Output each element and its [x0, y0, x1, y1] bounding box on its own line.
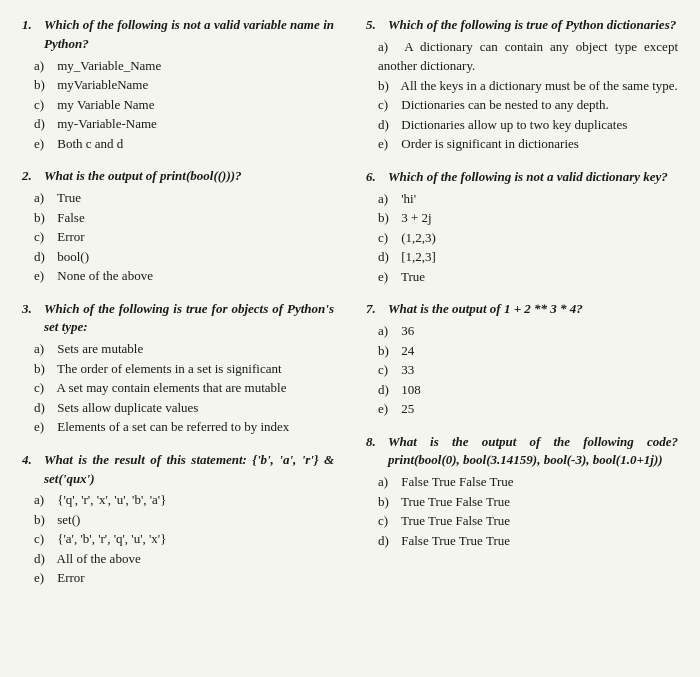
option-letter: a)	[34, 339, 54, 359]
question-block: 5.Which of the following is true of Pyth…	[366, 16, 678, 154]
question-number: 7.	[366, 300, 384, 319]
option-item: e) Order is significant in dictionaries	[378, 134, 678, 154]
option-letter: d)	[378, 247, 398, 267]
option-letter: e)	[34, 568, 54, 588]
option-letter: e)	[34, 417, 54, 437]
option-letter: e)	[34, 134, 54, 154]
question-number: 4.	[22, 451, 40, 489]
option-item: a) my_Variable_Name	[34, 56, 334, 76]
option-item: e) Elements of a set can be referred to …	[34, 417, 334, 437]
option-item: a) Sets are mutable	[34, 339, 334, 359]
question-title: 2.What is the output of print(bool(()))?	[22, 167, 334, 186]
option-item: c) A set may contain elements that are m…	[34, 378, 334, 398]
question-block: 1.Which of the following is not a valid …	[22, 16, 334, 153]
question-block: 7.What is the output of 1 + 2 ** 3 * 4?a…	[366, 300, 678, 418]
question-number: 1.	[22, 16, 40, 54]
option-letter: b)	[34, 359, 54, 379]
option-letter: c)	[378, 360, 398, 380]
option-letter: d)	[34, 247, 54, 267]
option-item: d) [1,2,3]	[378, 247, 678, 267]
option-letter: b)	[378, 76, 398, 96]
question-number: 2.	[22, 167, 40, 186]
option-item: d) False True True True	[378, 531, 678, 551]
option-item: b) All the keys in a dictionary must be …	[378, 76, 678, 96]
right-column: 5.Which of the following is true of Pyth…	[360, 12, 684, 606]
option-item: a) 'hi'	[378, 189, 678, 209]
option-item: c) (1,2,3)	[378, 228, 678, 248]
question-text: Which of the following is true of Python…	[388, 16, 676, 35]
option-item: b) myVariableName	[34, 75, 334, 95]
option-item: c) my Variable Name	[34, 95, 334, 115]
option-letter: a)	[378, 321, 398, 341]
question-text: Which of the following is not a valid va…	[44, 16, 334, 54]
options-list: a) A dictionary can contain any object t…	[366, 37, 678, 154]
option-item: c) {'a', 'b', 'r', 'q', 'u', 'x'}	[34, 529, 334, 549]
option-letter: e)	[34, 266, 54, 286]
options-list: a) Sets are mutableb) The order of eleme…	[22, 339, 334, 437]
option-item: e) None of the above	[34, 266, 334, 286]
option-item: d) All of the above	[34, 549, 334, 569]
option-item: c) Dictionaries can be nested to any dep…	[378, 95, 678, 115]
option-item: b) set()	[34, 510, 334, 530]
question-number: 6.	[366, 168, 384, 187]
option-letter: c)	[34, 227, 54, 247]
option-letter: c)	[378, 511, 398, 531]
option-letter: b)	[34, 75, 54, 95]
question-block: 8.What is the output of the following co…	[366, 433, 678, 551]
option-item: a) True	[34, 188, 334, 208]
question-text: Which of the following is true for objec…	[44, 300, 334, 338]
options-list: a) Trueb) Falsec) Errord) bool()e) None …	[22, 188, 334, 286]
option-item: a) 36	[378, 321, 678, 341]
option-letter: d)	[34, 114, 54, 134]
option-letter: e)	[378, 134, 398, 154]
option-item: b) 3 + 2j	[378, 208, 678, 228]
option-letter: d)	[378, 531, 398, 551]
option-letter: b)	[34, 208, 54, 228]
option-letter: a)	[378, 37, 398, 57]
question-number: 3.	[22, 300, 40, 338]
option-item: d) Dictionaries allow up to two key dupl…	[378, 115, 678, 135]
option-item: d) my-Variable-Name	[34, 114, 334, 134]
main-content: 1.Which of the following is not a valid …	[16, 12, 684, 606]
options-list: a) False True False Trueb) True True Fal…	[366, 472, 678, 550]
question-block: 3.Which of the following is true for obj…	[22, 300, 334, 437]
option-item: c) 33	[378, 360, 678, 380]
question-title: 3.Which of the following is true for obj…	[22, 300, 334, 338]
option-letter: d)	[378, 115, 398, 135]
option-letter: b)	[378, 492, 398, 512]
option-letter: d)	[34, 549, 54, 569]
question-block: 6.Which of the following is not a valid …	[366, 168, 678, 286]
option-letter: c)	[34, 95, 54, 115]
option-letter: a)	[34, 188, 54, 208]
option-item: d) Sets allow duplicate values	[34, 398, 334, 418]
option-item: e) Error	[34, 568, 334, 588]
option-item: b) True True False True	[378, 492, 678, 512]
option-letter: b)	[378, 341, 398, 361]
question-title: 1.Which of the following is not a valid …	[22, 16, 334, 54]
option-item: d) bool()	[34, 247, 334, 267]
option-letter: a)	[34, 490, 54, 510]
options-list: a) 'hi'b) 3 + 2jc) (1,2,3)d) [1,2,3]e) T…	[366, 189, 678, 287]
option-item: c) True True False True	[378, 511, 678, 531]
question-text: What is the output of the following code…	[388, 433, 678, 471]
option-letter: d)	[378, 380, 398, 400]
option-letter: e)	[378, 267, 398, 287]
left-column: 1.Which of the following is not a valid …	[16, 12, 340, 606]
question-block: 2.What is the output of print(bool(()))?…	[22, 167, 334, 285]
option-item: e) True	[378, 267, 678, 287]
option-item: a) A dictionary can contain any object t…	[378, 37, 678, 76]
option-item: c) Error	[34, 227, 334, 247]
question-text: What is the output of print(bool(()))?	[44, 167, 242, 186]
options-list: a) {'q', 'r', 'x', 'u', 'b', 'a'}b) set(…	[22, 490, 334, 588]
question-text: What is the result of this statement: {'…	[44, 451, 334, 489]
option-letter: e)	[378, 399, 398, 419]
option-item: e) Both c and d	[34, 134, 334, 154]
option-letter: c)	[34, 378, 54, 398]
question-number: 8.	[366, 433, 384, 471]
options-list: a) my_Variable_Nameb) myVariableNamec) m…	[22, 56, 334, 154]
option-letter: a)	[378, 472, 398, 492]
option-letter: b)	[378, 208, 398, 228]
option-item: b) The order of elements in a set is sig…	[34, 359, 334, 379]
question-text: Which of the following is not a valid di…	[388, 168, 668, 187]
option-letter: d)	[34, 398, 54, 418]
